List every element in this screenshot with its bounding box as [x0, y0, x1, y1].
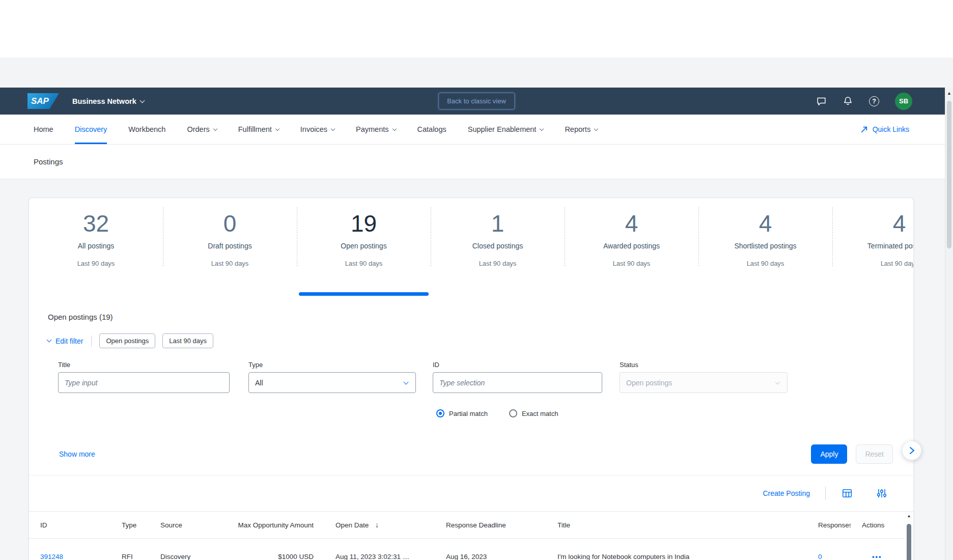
stat-value: 32: [29, 210, 163, 237]
page-scrollbar-thumb[interactable]: [947, 101, 951, 248]
column-header-id[interactable]: ID: [40, 521, 122, 529]
posting-amount: $1000 USD: [223, 553, 314, 560]
type-select[interactable]: All: [248, 372, 416, 393]
help-icon: ?: [869, 96, 879, 106]
help-button[interactable]: ?: [868, 96, 880, 107]
filter-section: Open postings (19) Edit filter Open post…: [29, 296, 913, 475]
stat-tile-awarded-postings[interactable]: 4 Awarded postings Last 90 days: [565, 198, 698, 296]
messages-button[interactable]: [816, 96, 827, 107]
status-select-value: Open postings: [626, 379, 672, 387]
quick-links-button[interactable]: Quick Links: [860, 115, 909, 144]
stat-label: Awarded postings: [565, 242, 698, 250]
product-switcher[interactable]: Business Network: [72, 97, 144, 105]
responses-count-link[interactable]: 0: [818, 553, 822, 560]
apply-button[interactable]: Apply: [811, 444, 847, 464]
page-title: Postings: [34, 157, 63, 166]
external-arrow-icon: [860, 125, 868, 134]
nav-item-workbench[interactable]: Workbench: [128, 115, 165, 144]
stat-period: Last 90 days: [565, 260, 698, 267]
column-header-source[interactable]: Source: [160, 521, 223, 529]
column-header-amount[interactable]: Max Opportunity Amount: [223, 521, 314, 529]
nav-item-catalogs[interactable]: Catalogs: [417, 115, 446, 144]
scroll-up-icon[interactable]: ▲: [945, 91, 953, 96]
window-band: [0, 58, 953, 88]
column-header-title[interactable]: Title: [557, 521, 818, 529]
stat-tile-open-postings[interactable]: 19 Open postings Last 90 days: [297, 198, 431, 296]
nav-item-reports[interactable]: Reports: [565, 115, 598, 144]
sliders-icon: [876, 488, 887, 499]
page-scrollbar[interactable]: ▲: [945, 88, 953, 560]
show-more-link[interactable]: Show more: [59, 450, 95, 458]
type-select-value: All: [255, 379, 263, 387]
edit-filter-label: Edit filter: [55, 337, 83, 345]
scroll-up-icon[interactable]: ▲: [905, 514, 913, 518]
stat-tile-all-postings[interactable]: 32 All postings Last 90 days: [29, 198, 163, 296]
nav-item-home[interactable]: Home: [34, 115, 53, 144]
chevron-down-icon: [392, 127, 396, 131]
nav-item-payments[interactable]: Payments: [356, 115, 396, 144]
notifications-button[interactable]: [842, 96, 853, 107]
id-field-group: ID: [433, 361, 602, 393]
column-header-deadline[interactable]: Response Deadline: [446, 521, 557, 529]
nav-item-invoices[interactable]: Invoices: [300, 115, 334, 144]
sap-logo[interactable]: SAP: [27, 93, 59, 109]
posting-source: Discovery: [160, 553, 223, 560]
posting-id-link[interactable]: 391248: [40, 553, 63, 560]
title-input[interactable]: [58, 372, 230, 393]
stat-value: 1: [431, 210, 565, 237]
edit-filter-toggle[interactable]: Edit filter: [47, 337, 83, 345]
user-avatar[interactable]: SB: [895, 93, 912, 110]
table-row[interactable]: 391248 RFI Discovery $1000 USD Aug 11, 2…: [29, 539, 913, 560]
filter-actions: Apply Reset: [811, 444, 893, 464]
status-field-label: Status: [620, 361, 788, 369]
quick-links-label: Quick Links: [873, 125, 909, 133]
sort-descending-icon[interactable]: ↓: [375, 521, 379, 529]
chevron-down-icon: [404, 380, 409, 385]
table-scrollbar-thumb[interactable]: [907, 524, 911, 560]
chevron-down-icon: [540, 127, 544, 131]
postings-card: 32 All postings Last 90 days 0 Draft pos…: [29, 198, 914, 560]
open-date-label: Open Date: [335, 521, 369, 529]
back-to-classic-view-button[interactable]: Back to classic view: [438, 93, 515, 109]
nav-item-discovery[interactable]: Discovery: [75, 115, 107, 144]
row-actions-ellipsis-icon[interactable]: •••: [872, 553, 882, 560]
stat-tile-shortlisted-postings[interactable]: 4 Shortlisted postings Last 90 days: [698, 198, 832, 296]
column-header-open-date[interactable]: Open Date ↓: [314, 521, 446, 529]
stat-label: Draft postings: [163, 242, 297, 250]
chevron-right-icon: [907, 445, 917, 456]
id-input[interactable]: [433, 372, 602, 393]
table-scrollbar[interactable]: ▲: [905, 512, 913, 560]
shellbar-actions: ? SB: [816, 93, 912, 110]
nav-item-orders[interactable]: Orders: [187, 115, 216, 144]
stats-next-button[interactable]: [902, 441, 921, 460]
title-field-group: Title: [58, 361, 230, 393]
posting-type: RFI: [122, 553, 160, 560]
table-settings-button[interactable]: [876, 487, 888, 499]
nav-label: Home: [34, 125, 53, 133]
chevron-down-icon: [47, 338, 52, 343]
table-view-button[interactable]: [841, 487, 853, 499]
stat-tile-draft-postings[interactable]: 0 Draft postings Last 90 days: [163, 198, 297, 296]
reset-button[interactable]: Reset: [856, 444, 893, 464]
stat-value: 19: [297, 210, 431, 237]
section-title: Open postings (19): [48, 313, 113, 321]
nav-item-supplier-enablement[interactable]: Supplier Enablement: [468, 115, 544, 144]
filter-summary-row: Edit filter Open postings Last 90 days: [47, 333, 220, 348]
stat-period: Last 90 days: [297, 260, 431, 267]
stats-tile-row: 32 All postings Last 90 days 0 Draft pos…: [29, 198, 913, 296]
column-header-type[interactable]: Type: [122, 521, 160, 529]
stat-label: Terminated postings: [832, 242, 913, 250]
filter-chip-open-postings[interactable]: Open postings: [99, 333, 155, 348]
create-posting-link[interactable]: Create Posting: [763, 489, 810, 497]
stat-tile-closed-postings[interactable]: 1 Closed postings Last 90 days: [431, 198, 565, 296]
partial-match-radio[interactable]: Partial match: [436, 409, 488, 417]
stat-tile-terminated-postings[interactable]: 4 Terminated postings Last 90 days: [832, 198, 913, 296]
exact-match-radio[interactable]: Exact match: [509, 409, 558, 417]
filter-chip-last-90-days[interactable]: Last 90 days: [162, 333, 213, 348]
product-name-label: Business Network: [72, 97, 136, 105]
chevron-down-icon: [594, 127, 598, 131]
column-header-responses[interactable]: Responses: [818, 521, 862, 529]
chevron-down-icon: [331, 127, 335, 131]
nav-label: Invoices: [300, 125, 327, 133]
nav-item-fulfillment[interactable]: Fulfillment: [238, 115, 279, 144]
